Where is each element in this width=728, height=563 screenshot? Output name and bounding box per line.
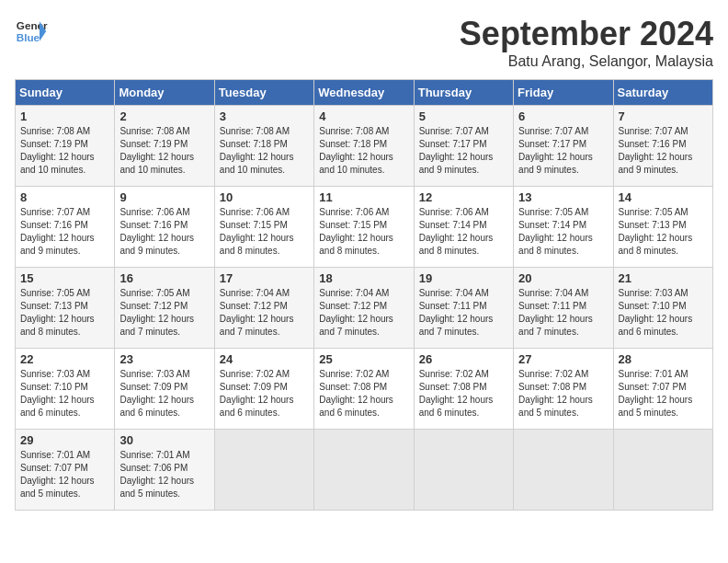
day-number: 6 xyxy=(518,109,608,123)
day-number: 15 xyxy=(20,271,109,285)
day-info: Sunrise: 7:07 AM Sunset: 7:17 PM Dayligh… xyxy=(518,125,608,177)
day-info: Sunrise: 7:06 AM Sunset: 7:14 PM Dayligh… xyxy=(419,206,508,258)
calendar-cell: 23Sunrise: 7:03 AM Sunset: 7:09 PM Dayli… xyxy=(115,349,214,430)
day-info: Sunrise: 7:06 AM Sunset: 7:15 PM Dayligh… xyxy=(319,206,408,258)
day-info: Sunrise: 7:07 AM Sunset: 7:16 PM Dayligh… xyxy=(20,206,109,258)
day-number: 23 xyxy=(119,352,209,366)
day-info: Sunrise: 7:03 AM Sunset: 7:09 PM Dayligh… xyxy=(119,368,209,419)
calendar-week-row: 15Sunrise: 7:05 AM Sunset: 7:13 PM Dayli… xyxy=(16,268,713,349)
calendar-cell: 16Sunrise: 7:05 AM Sunset: 7:12 PM Dayli… xyxy=(115,268,214,349)
calendar-cell: 25Sunrise: 7:02 AM Sunset: 7:08 PM Dayli… xyxy=(314,349,414,430)
calendar-cell: 13Sunrise: 7:05 AM Sunset: 7:14 PM Dayli… xyxy=(514,187,613,268)
day-info: Sunrise: 7:01 AM Sunset: 7:07 PM Dayligh… xyxy=(619,368,708,419)
calendar-cell: 2Sunrise: 7:08 AM Sunset: 7:19 PM Daylig… xyxy=(115,106,214,187)
location-title: Batu Arang, Selangor, Malaysia xyxy=(460,53,713,70)
day-number: 27 xyxy=(518,352,608,366)
day-number: 14 xyxy=(619,190,708,204)
calendar-cell: 1Sunrise: 7:08 AM Sunset: 7:19 PM Daylig… xyxy=(16,106,115,187)
day-number: 11 xyxy=(319,190,408,204)
calendar-cell: 28Sunrise: 7:01 AM Sunset: 7:07 PM Dayli… xyxy=(613,349,712,430)
calendar-cell: 26Sunrise: 7:02 AM Sunset: 7:08 PM Dayli… xyxy=(414,349,513,430)
header-tuesday: Tuesday xyxy=(214,80,313,106)
header-saturday: Saturday xyxy=(613,80,712,106)
day-number: 5 xyxy=(419,109,508,123)
day-number: 30 xyxy=(119,433,209,447)
calendar-cell: 10Sunrise: 7:06 AM Sunset: 7:15 PM Dayli… xyxy=(214,187,313,268)
calendar-cell: 18Sunrise: 7:04 AM Sunset: 7:12 PM Dayli… xyxy=(314,268,414,349)
day-info: Sunrise: 7:01 AM Sunset: 7:07 PM Dayligh… xyxy=(20,449,109,500)
calendar-week-row: 22Sunrise: 7:03 AM Sunset: 7:10 PM Dayli… xyxy=(16,349,713,430)
day-info: Sunrise: 7:03 AM Sunset: 7:10 PM Dayligh… xyxy=(20,368,109,419)
calendar-cell: 20Sunrise: 7:04 AM Sunset: 7:11 PM Dayli… xyxy=(514,268,613,349)
calendar-cell: 7Sunrise: 7:07 AM Sunset: 7:16 PM Daylig… xyxy=(613,106,712,187)
calendar-cell: 9Sunrise: 7:06 AM Sunset: 7:16 PM Daylig… xyxy=(115,187,214,268)
header-monday: Monday xyxy=(115,80,214,106)
calendar-cell xyxy=(514,430,613,511)
day-number: 16 xyxy=(119,271,209,285)
day-info: Sunrise: 7:04 AM Sunset: 7:11 PM Dayligh… xyxy=(419,287,508,339)
day-info: Sunrise: 7:05 AM Sunset: 7:13 PM Dayligh… xyxy=(20,287,109,339)
day-number: 18 xyxy=(319,271,408,285)
day-info: Sunrise: 7:02 AM Sunset: 7:08 PM Dayligh… xyxy=(419,368,508,419)
day-info: Sunrise: 7:04 AM Sunset: 7:12 PM Dayligh… xyxy=(319,287,408,339)
calendar-cell: 19Sunrise: 7:04 AM Sunset: 7:11 PM Dayli… xyxy=(414,268,513,349)
day-info: Sunrise: 7:08 AM Sunset: 7:18 PM Dayligh… xyxy=(319,125,408,177)
day-info: Sunrise: 7:07 AM Sunset: 7:17 PM Dayligh… xyxy=(419,125,508,177)
calendar-cell: 21Sunrise: 7:03 AM Sunset: 7:10 PM Dayli… xyxy=(613,268,712,349)
day-info: Sunrise: 7:06 AM Sunset: 7:15 PM Dayligh… xyxy=(220,206,309,258)
calendar-cell: 27Sunrise: 7:02 AM Sunset: 7:08 PM Dayli… xyxy=(514,349,613,430)
day-number: 26 xyxy=(419,352,508,366)
calendar-cell: 24Sunrise: 7:02 AM Sunset: 7:09 PM Dayli… xyxy=(214,349,313,430)
calendar-cell: 4Sunrise: 7:08 AM Sunset: 7:18 PM Daylig… xyxy=(314,106,414,187)
day-info: Sunrise: 7:05 AM Sunset: 7:14 PM Dayligh… xyxy=(518,206,608,258)
day-info: Sunrise: 7:01 AM Sunset: 7:06 PM Dayligh… xyxy=(119,449,209,500)
day-number: 20 xyxy=(518,271,608,285)
calendar-week-row: 1Sunrise: 7:08 AM Sunset: 7:19 PM Daylig… xyxy=(16,106,713,187)
calendar-cell: 12Sunrise: 7:06 AM Sunset: 7:14 PM Dayli… xyxy=(414,187,513,268)
day-info: Sunrise: 7:04 AM Sunset: 7:11 PM Dayligh… xyxy=(518,287,608,339)
day-number: 21 xyxy=(619,271,708,285)
day-info: Sunrise: 7:02 AM Sunset: 7:08 PM Dayligh… xyxy=(518,368,608,419)
calendar-cell xyxy=(414,430,513,511)
day-info: Sunrise: 7:05 AM Sunset: 7:13 PM Dayligh… xyxy=(619,206,708,258)
day-number: 17 xyxy=(220,271,309,285)
calendar-cell xyxy=(613,430,712,511)
day-info: Sunrise: 7:03 AM Sunset: 7:10 PM Dayligh… xyxy=(619,287,708,339)
day-number: 19 xyxy=(419,271,508,285)
header-thursday: Thursday xyxy=(414,80,513,106)
day-number: 22 xyxy=(20,352,109,366)
page-header: General Blue September 2024 Batu Arang, … xyxy=(15,15,713,70)
title-section: September 2024 Batu Arang, Selangor, Mal… xyxy=(460,15,713,70)
day-number: 4 xyxy=(319,109,408,123)
calendar-cell: 15Sunrise: 7:05 AM Sunset: 7:13 PM Dayli… xyxy=(16,268,115,349)
calendar-week-row: 8Sunrise: 7:07 AM Sunset: 7:16 PM Daylig… xyxy=(16,187,713,268)
calendar-cell: 17Sunrise: 7:04 AM Sunset: 7:12 PM Dayli… xyxy=(214,268,313,349)
calendar-cell: 14Sunrise: 7:05 AM Sunset: 7:13 PM Dayli… xyxy=(613,187,712,268)
calendar-cell: 29Sunrise: 7:01 AM Sunset: 7:07 PM Dayli… xyxy=(16,430,115,511)
day-number: 2 xyxy=(119,109,209,123)
day-number: 10 xyxy=(220,190,309,204)
day-info: Sunrise: 7:07 AM Sunset: 7:16 PM Dayligh… xyxy=(619,125,708,177)
day-info: Sunrise: 7:08 AM Sunset: 7:19 PM Dayligh… xyxy=(119,125,209,177)
header-sunday: Sunday xyxy=(16,80,115,106)
day-number: 13 xyxy=(518,190,608,204)
header-wednesday: Wednesday xyxy=(314,80,414,106)
calendar-cell xyxy=(314,430,414,511)
day-headers-row: Sunday Monday Tuesday Wednesday Thursday… xyxy=(16,80,713,106)
calendar-cell: 30Sunrise: 7:01 AM Sunset: 7:06 PM Dayli… xyxy=(115,430,214,511)
calendar-cell xyxy=(214,430,313,511)
day-number: 9 xyxy=(119,190,209,204)
calendar-cell: 6Sunrise: 7:07 AM Sunset: 7:17 PM Daylig… xyxy=(514,106,613,187)
day-info: Sunrise: 7:08 AM Sunset: 7:18 PM Dayligh… xyxy=(220,125,309,177)
header-friday: Friday xyxy=(514,80,613,106)
logo: General Blue xyxy=(15,15,48,48)
calendar-week-row: 29Sunrise: 7:01 AM Sunset: 7:07 PM Dayli… xyxy=(16,430,713,511)
day-number: 25 xyxy=(319,352,408,366)
day-info: Sunrise: 7:04 AM Sunset: 7:12 PM Dayligh… xyxy=(220,287,309,339)
month-title: September 2024 xyxy=(460,15,713,53)
day-number: 29 xyxy=(20,433,109,447)
day-info: Sunrise: 7:08 AM Sunset: 7:19 PM Dayligh… xyxy=(20,125,109,177)
day-number: 24 xyxy=(220,352,309,366)
day-number: 12 xyxy=(419,190,508,204)
day-info: Sunrise: 7:02 AM Sunset: 7:08 PM Dayligh… xyxy=(319,368,408,419)
